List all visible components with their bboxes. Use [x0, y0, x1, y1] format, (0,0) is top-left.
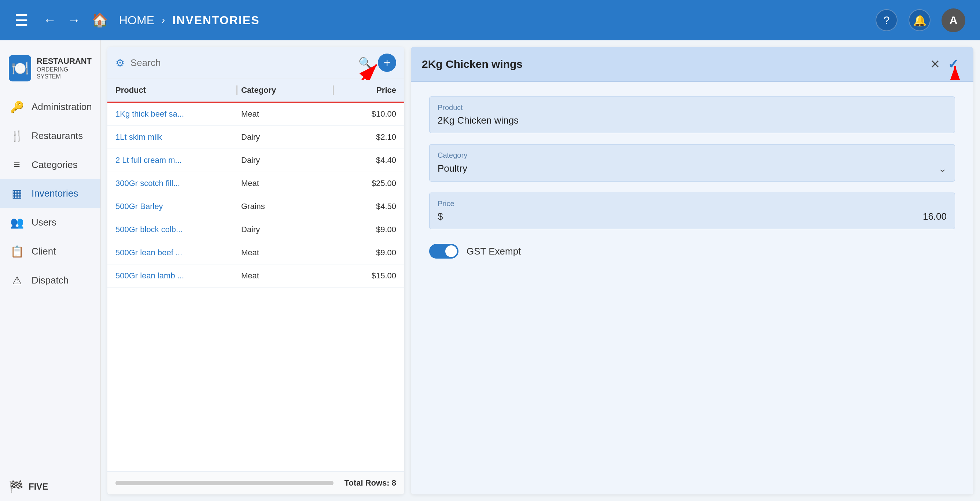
grid-icon: ▦: [10, 187, 24, 200]
table-row[interactable]: 500Gr lean beef ... Meat $9.00: [107, 241, 404, 265]
price-symbol: $: [438, 211, 443, 222]
sidebar-item-dispatch[interactable]: ⚠ Dispatch: [0, 266, 100, 295]
col-sep-2: [333, 85, 334, 95]
row-price: $9.00: [337, 225, 396, 235]
row-category: Dairy: [241, 155, 329, 165]
search-input[interactable]: [130, 57, 353, 69]
sidebar-footer: 🏁 FIVE: [0, 472, 100, 501]
sidebar-item-inventories[interactable]: ▦ Inventories: [0, 179, 100, 208]
navbar-right: ? 🔔 A: [875, 8, 965, 32]
col-product-header: Product: [115, 85, 233, 95]
filter-icon[interactable]: ⚙: [115, 57, 125, 69]
category-value: Poultry: [438, 163, 467, 174]
list-footer: Total Rows: 8: [107, 471, 404, 495]
table-row[interactable]: 500Gr Barley Grains $4.50: [107, 195, 404, 218]
gst-row: GST Exempt: [429, 240, 955, 262]
sidebar-item-label: Inventories: [32, 188, 78, 199]
table-row[interactable]: 300Gr scotch fill... Meat $25.00: [107, 172, 404, 195]
detail-title: 2Kg Chicken wings: [422, 58, 926, 70]
current-page-label: INVENTORIES: [172, 14, 259, 27]
search-icon[interactable]: 🔍: [358, 56, 372, 69]
category-label: Category: [438, 151, 947, 160]
col-category-header: Category: [241, 85, 329, 95]
category-field[interactable]: Category Poultry ⌄: [429, 144, 955, 182]
notifications-button[interactable]: 🔔: [908, 9, 931, 31]
hamburger-icon[interactable]: ☰: [15, 11, 29, 29]
navbar: ☰ ← → 🏠 HOME › INVENTORIES ? 🔔 A: [0, 0, 980, 40]
product-label: Product: [438, 104, 947, 112]
row-price: $4.40: [337, 155, 396, 165]
list-panel: ⚙ 🔍 + Product Category Price 1Kg thick b…: [107, 47, 404, 495]
col-price-header: Price: [337, 85, 396, 95]
row-price: $15.00: [337, 271, 396, 281]
row-price: $25.00: [337, 179, 396, 188]
table-row[interactable]: 1Lt skim milk Dairy $2.10: [107, 126, 404, 149]
row-price: $9.00: [337, 248, 396, 257]
sidebar-item-label: Client: [32, 246, 56, 257]
total-rows-label: Total Rows: 8: [334, 478, 396, 488]
table-row[interactable]: 500Gr lean lamb ... Meat $15.00: [107, 265, 404, 287]
row-product: 2 Lt full cream m...: [115, 155, 233, 165]
price-value[interactable]: 16.00: [923, 211, 947, 222]
sidebar-item-label: Dispatch: [32, 275, 68, 286]
sidebar-item-label: Restaurants: [32, 130, 83, 142]
row-category: Meat: [241, 109, 329, 119]
back-arrow-icon[interactable]: ←: [43, 13, 56, 28]
row-product: 500Gr block colb...: [115, 225, 233, 235]
row-category: Dairy: [241, 132, 329, 142]
inventory-table: Product Category Price 1Kg thick beef sa…: [107, 79, 404, 471]
add-button[interactable]: +: [378, 54, 396, 72]
dispatch-icon: ⚠: [10, 274, 24, 287]
list-icon: ≡: [10, 158, 24, 171]
sidebar-item-administration[interactable]: 🔑 Administration: [0, 93, 100, 121]
price-field: Price $ 16.00: [429, 193, 955, 229]
client-icon: 📋: [10, 245, 24, 258]
five-logo: FIVE: [29, 482, 48, 492]
table-row[interactable]: 2 Lt full cream m... Dairy $4.40: [107, 149, 404, 172]
row-product: 1Kg thick beef sa...: [115, 109, 233, 119]
scrollbar[interactable]: [115, 481, 334, 485]
home-icon[interactable]: 🏠: [92, 13, 108, 28]
sidebar-nav: 🔑 Administration 🍴 Restaurants ≡ Categor…: [0, 93, 100, 472]
content-area: ⚙ 🔍 + Product Category Price 1Kg thick b…: [101, 40, 980, 501]
key-icon: 🔑: [10, 101, 24, 113]
row-product: 500Gr Barley: [115, 202, 233, 211]
product-value[interactable]: 2Kg Chicken wings: [438, 115, 947, 126]
row-price: $10.00: [337, 109, 396, 119]
breadcrumb-separator: ›: [162, 14, 165, 26]
sidebar-item-users[interactable]: 👥 Users: [0, 208, 100, 237]
gst-label: GST Exempt: [466, 246, 521, 257]
row-price: $4.50: [337, 202, 396, 211]
category-select-row: Poultry ⌄: [438, 163, 947, 175]
sidebar-item-categories[interactable]: ≡ Categories: [0, 150, 100, 179]
table-row[interactable]: 500Gr block colb... Dairy $9.00: [107, 218, 404, 241]
users-icon: 👥: [10, 216, 24, 229]
sidebar-item-client[interactable]: 📋 Client: [0, 237, 100, 266]
logo-sub: ORDERING SYSTEM: [37, 66, 92, 80]
row-category: Meat: [241, 248, 329, 257]
detail-panel: 2Kg Chicken wings ✕ ✓ Product 2Kg Chicke…: [411, 47, 974, 495]
home-label[interactable]: HOME: [119, 14, 154, 27]
avatar[interactable]: A: [942, 8, 965, 32]
sidebar-item-restaurants[interactable]: 🍴 Restaurants: [0, 121, 100, 150]
forward-arrow-icon[interactable]: →: [67, 13, 81, 28]
close-button[interactable]: ✕: [926, 55, 944, 73]
table-row[interactable]: 1Kg thick beef sa... Meat $10.00: [107, 103, 404, 126]
confirm-button[interactable]: ✓: [944, 55, 963, 73]
row-price: $2.10: [337, 132, 396, 142]
row-category: Meat: [241, 179, 329, 188]
gst-toggle[interactable]: [429, 244, 458, 258]
row-category: Meat: [241, 271, 329, 281]
list-toolbar: ⚙ 🔍 +: [107, 47, 404, 79]
row-category: Dairy: [241, 225, 329, 235]
row-category: Grains: [241, 202, 329, 211]
chevron-down-icon[interactable]: ⌄: [938, 163, 947, 175]
sidebar-logo: RESTAURANT ORDERING SYSTEM: [0, 48, 100, 93]
detail-header: 2Kg Chicken wings ✕ ✓: [411, 47, 974, 82]
sidebar: RESTAURANT ORDERING SYSTEM 🔑 Administrat…: [0, 40, 101, 501]
help-button[interactable]: ?: [875, 9, 897, 31]
toggle-knob: [445, 246, 457, 257]
logo-icon: [9, 55, 31, 81]
main-layout: RESTAURANT ORDERING SYSTEM 🔑 Administrat…: [0, 40, 980, 501]
table-header: Product Category Price: [107, 79, 404, 103]
